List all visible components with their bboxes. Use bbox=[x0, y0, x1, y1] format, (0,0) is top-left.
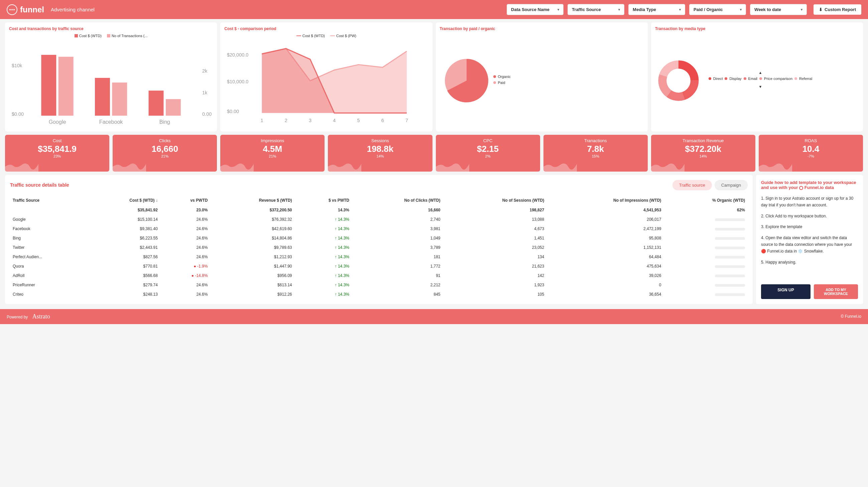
chevron-down-icon: ▾ bbox=[801, 8, 803, 11]
svg-text:$20,000.0: $20,000.0 bbox=[227, 52, 248, 58]
table-total-row: $35,841.9223.0%$372,200.5014.3%16,660198… bbox=[10, 205, 748, 215]
logo: funnel bbox=[7, 4, 44, 15]
table-row: Criteo$248.1324.6%$912.26↑ 14.3%84510536… bbox=[10, 290, 748, 299]
table-title: Traffic source details table bbox=[10, 182, 69, 188]
tab-campaign[interactable]: Campaign bbox=[715, 180, 748, 190]
svg-rect-10 bbox=[166, 99, 181, 116]
svg-text:$0.00: $0.00 bbox=[12, 111, 24, 117]
chevron-down-icon: ▾ bbox=[740, 8, 742, 11]
svg-text:0.00: 0.00 bbox=[202, 111, 212, 117]
pie-chart bbox=[440, 54, 493, 107]
filter-select-3[interactable]: Paid / Organic▾ bbox=[689, 4, 746, 15]
kpis-row: Cost$35,841.923%Clicks16,66021%Impressio… bbox=[0, 135, 868, 175]
area-chart: $20,000.0 $10,000.0 $0.00 1234567 bbox=[224, 40, 428, 126]
chevron-down-icon: ▾ bbox=[679, 8, 681, 11]
guide-title: Guide how to add template to your worksp… bbox=[761, 180, 858, 190]
kpi-1: Clicks16,66021% bbox=[113, 135, 217, 172]
kpi-5: Tranactions7.8k15% bbox=[544, 135, 648, 172]
copyright: © Funnel.io bbox=[841, 314, 861, 319]
table-row: Twitter$2,443.9124.6%$9,789.63↑ 14.3%3,7… bbox=[10, 243, 748, 252]
svg-rect-5 bbox=[41, 55, 56, 116]
page-title: Advertising channel bbox=[51, 7, 95, 12]
svg-text:5: 5 bbox=[357, 118, 360, 123]
charts-row: Cost and transactions by traffic source … bbox=[0, 19, 868, 135]
svg-rect-6 bbox=[59, 57, 73, 116]
svg-rect-9 bbox=[149, 91, 164, 116]
table-row: Google$15,100.1424.6%$76,392.32↑ 14.3%2,… bbox=[10, 215, 748, 224]
footer: Powered by Astrato © Funnel.io bbox=[0, 309, 868, 324]
table-row: Facebook$9,381.4024.6%$42,619.60↑ 14.3%3… bbox=[10, 224, 748, 233]
kpi-4: CPC$2.152% bbox=[436, 135, 540, 172]
funnel-ring-icon bbox=[799, 186, 803, 190]
header: funnel Advertising channel Data Source N… bbox=[0, 0, 868, 19]
filter-select-0[interactable]: Data Source Name▾ bbox=[507, 4, 563, 15]
bar-chart-card: Cost and transactions by traffic source … bbox=[5, 22, 217, 132]
svg-text:Google: Google bbox=[49, 119, 66, 125]
logo-text: funnel bbox=[20, 5, 44, 15]
kpi-2: Impressions4.5M21% bbox=[220, 135, 324, 172]
add-workspace-button[interactable]: ADD TO MY WORKSPACE bbox=[814, 284, 858, 299]
svg-rect-7 bbox=[95, 78, 110, 116]
legend-up-icon[interactable]: ▲ bbox=[709, 70, 812, 75]
pie-chart-card: Transaction by paid / organic OrganicPai… bbox=[436, 22, 648, 132]
svg-text:1k: 1k bbox=[202, 90, 208, 95]
svg-text:$10k: $10k bbox=[12, 63, 22, 68]
chevron-down-icon: ▾ bbox=[618, 8, 620, 11]
legend-down-icon[interactable]: ▼ bbox=[709, 85, 812, 89]
custom-report-button[interactable]: ⬇ Custom Report bbox=[813, 4, 861, 15]
tab-traffic-source[interactable]: Traffic source bbox=[673, 180, 712, 190]
svg-text:7: 7 bbox=[405, 118, 408, 123]
svg-text:2: 2 bbox=[285, 118, 287, 123]
astrato-logo: Astrato bbox=[32, 313, 50, 320]
svg-text:$10,000.0: $10,000.0 bbox=[227, 79, 248, 84]
area-chart-card: Cost $ - comparison period Cost $ (WTD)C… bbox=[220, 22, 432, 132]
table-row: AdRoll$566.68● -14.8%$956.09↑ 14.3%91142… bbox=[10, 271, 748, 280]
table-row: Bing$6,223.5524.6%$14,804.86↑ 14.3%1,049… bbox=[10, 233, 748, 243]
kpi-3: Sessions198.8k14% bbox=[328, 135, 432, 172]
donut-chart bbox=[655, 57, 702, 104]
kpi-0: Cost$35,841.923% bbox=[5, 135, 109, 172]
details-table: Traffic SourceCost $ (WTD) ↓vs PWTDReven… bbox=[10, 195, 748, 299]
svg-rect-8 bbox=[112, 83, 127, 116]
bottom-row: Traffic source details table Traffic sou… bbox=[0, 175, 868, 309]
svg-text:6: 6 bbox=[381, 118, 384, 123]
filter-select-2[interactable]: Media Type▾ bbox=[628, 4, 685, 15]
download-icon: ⬇ bbox=[819, 7, 823, 12]
kpi-7: ROAS10.4-7% bbox=[759, 135, 863, 172]
details-table-card: Traffic source details table Traffic sou… bbox=[5, 175, 753, 304]
svg-text:2k: 2k bbox=[202, 68, 208, 74]
filter-select-4[interactable]: Week to date▾ bbox=[750, 4, 807, 15]
svg-text:Bing: Bing bbox=[159, 119, 170, 125]
filter-select-1[interactable]: Traffic Source▾ bbox=[567, 4, 624, 15]
bar-chart: $10k $0.00 2k 1k 0.00 GoogleFacebookBing bbox=[9, 40, 213, 126]
guide-card: Guide how to add template to your worksp… bbox=[756, 175, 863, 304]
table-tabs: Traffic sourceCampaign bbox=[673, 180, 748, 190]
table-row: PriceRunner$279.7424.6%$613.14↑ 14.3%2,2… bbox=[10, 280, 748, 290]
header-filters: Data Source Name▾Traffic Source▾Media Ty… bbox=[507, 4, 807, 15]
table-row: Perfect Audien...$827.5624.6%$1,212.93↑ … bbox=[10, 252, 748, 262]
kpi-6: Transaction Revenue$372.20k14% bbox=[651, 135, 755, 172]
chevron-down-icon: ▾ bbox=[558, 8, 559, 11]
funnel-logo-icon bbox=[7, 4, 18, 15]
svg-text:$0.00: $0.00 bbox=[227, 109, 239, 114]
svg-text:4: 4 bbox=[333, 118, 336, 123]
svg-text:1: 1 bbox=[261, 118, 264, 123]
donut-chart-card: Transaction by media type ▲ DirectDispla… bbox=[651, 22, 863, 132]
svg-text:Facebook: Facebook bbox=[99, 119, 123, 125]
table-row: Quora$770.81● -1.9%$1,447.90↑ 14.3%1,772… bbox=[10, 262, 748, 271]
signup-button[interactable]: SIGN UP bbox=[761, 284, 810, 299]
svg-text:3: 3 bbox=[309, 118, 311, 123]
